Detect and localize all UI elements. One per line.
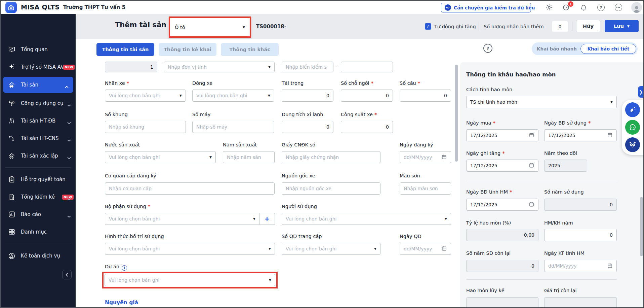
declare-detail-option[interactable]: Khai báo chi tiết: [580, 44, 636, 54]
year-label: Năm sản xuất: [223, 142, 257, 147]
power-input[interactable]: 0: [341, 121, 393, 133]
country-select[interactable]: Vui lòng chọn bản ghi▼: [105, 151, 216, 163]
chevron-down-icon: ▼: [442, 217, 447, 220]
quantity-input[interactable]: 1: [105, 62, 157, 72]
start-use-date-input[interactable]: 17/12/2025: [544, 129, 617, 141]
sidebar-item-cong-cu-dung-cu[interactable]: Công cụ dụng cụ: [1, 95, 76, 112]
year-input[interactable]: Nhập năm sản: [223, 151, 275, 163]
sidebar-collapse-button[interactable]: [62, 270, 72, 279]
paint-color-label: Màu sơn: [400, 173, 420, 178]
calendar-icon[interactable]: [607, 132, 613, 139]
reg-date-input[interactable]: dd/MM/yyyy: [400, 151, 451, 163]
chevron-down-icon: [67, 137, 71, 143]
increase-date-input[interactable]: 17/12/2025: [466, 160, 538, 172]
settings-gear-icon[interactable]: [545, 3, 553, 11]
sidebar-item-tai-san-xac-lap[interactable]: Tài sản xác lập: [1, 147, 76, 165]
axles-input[interactable]: 0: [400, 90, 451, 102]
plate-number-input-2[interactable]: [341, 62, 393, 72]
tonnage-input[interactable]: 0: [282, 90, 333, 102]
top-header: MISA QLTS Trường THPT Tư vấn 5 Cần chuyê…: [1, 1, 643, 14]
cancel-button[interactable]: Hủy: [576, 20, 600, 32]
decision-date-input[interactable]: dd/MM/yyyy: [400, 243, 451, 255]
department-select[interactable]: Vui lòng chọn bản ghi▼: [105, 213, 259, 225]
chevron-down-icon: [67, 119, 71, 126]
sidebar-item-ho-tro-quyet-toan[interactable]: Hỗ trợ quyết toán: [1, 171, 76, 188]
hm-end-date-input[interactable]: dd/MM/yyyy: [544, 260, 617, 272]
more-options-icon[interactable]: ⋯: [614, 3, 622, 11]
sidebar-item-tai-san-ht-db[interactable]: Tài sản HT-ĐB: [1, 112, 76, 130]
asset-establish-icon: [8, 152, 15, 160]
sidebar-item-tong-quan[interactable]: Tổng quan: [1, 41, 76, 58]
ava-panda-bot-icon[interactable]: [625, 137, 640, 152]
agency-input[interactable]: Nhập cơ quan cấp: [105, 182, 275, 195]
origin-input[interactable]: Nhập nguồn gốc xe: [282, 182, 380, 195]
chassis-label: Số khung: [105, 112, 128, 117]
decision-no-select[interactable]: Vui lòng chọn bản ghi▼: [282, 243, 380, 255]
panel-scrollbar[interactable]: [640, 197, 643, 256]
widget-expand-tab[interactable]: ❯: [638, 86, 644, 98]
line-label: Dòng xe: [192, 80, 212, 86]
accum-label: Hao mòn lũy kế: [466, 288, 505, 293]
help-icon[interactable]: ?: [597, 3, 605, 11]
engine-no-input[interactable]: Nhập số máy: [192, 121, 274, 133]
seats-input[interactable]: 0: [341, 90, 393, 102]
sidebar: Tổng quan Trợ lý số MISA AVA NEW Tài sản…: [1, 14, 76, 307]
chat-support-icon[interactable]: [625, 120, 640, 135]
agency-label: Cơ quan cấp đăng ký: [105, 173, 156, 178]
save-button[interactable]: Lưu ▼: [605, 20, 639, 32]
plate-number-input[interactable]: Nhập biển kiểm s: [282, 62, 333, 72]
asset-type-select[interactable]: Ô tô ▼: [169, 16, 251, 38]
notifications-bell-icon[interactable]: [579, 3, 588, 11]
cert-no-input[interactable]: Nhập giấy chứng nhận: [282, 151, 380, 163]
sidebar-item-bao-cao[interactable]: Báo cáo: [1, 206, 76, 223]
duplicate-count-input[interactable]: 0: [552, 21, 568, 32]
sidebar-item-tai-san-ht-cns[interactable]: Tài sản HT-CNS: [1, 130, 76, 147]
brand-select[interactable]: Vui lòng chọn bản ghi▼: [105, 90, 186, 102]
form-help-icon[interactable]: ?: [483, 44, 492, 53]
declare-quick-option[interactable]: Khai báo nhanh: [533, 46, 580, 52]
unit-select[interactable]: Nhập đơn vị tính▼: [164, 62, 275, 72]
add-department-button[interactable]: +: [259, 213, 275, 225]
calendar-icon[interactable]: [529, 162, 534, 169]
sidebar-item-danh-muc[interactable]: Danh mục: [1, 223, 76, 241]
line-select[interactable]: Vui lòng chọn bản ghi▼: [192, 90, 274, 102]
user-select[interactable]: Vui lòng chọn bản ghi▼: [282, 213, 451, 225]
auto-increase-checkbox[interactable]: ✓: [425, 23, 431, 30]
project-select[interactable]: Vui lòng chọn bản ghi▼: [105, 274, 275, 286]
sidebar-item-tai-san[interactable]: Tài sản: [3, 77, 73, 93]
hm-start-date-input[interactable]: 17/12/2025: [466, 199, 538, 211]
robot-icon: [445, 4, 451, 11]
depreciation-panel: Thông tin khấu hao/hao mòn Cách tính hao…: [460, 62, 644, 308]
sidebar-item-ke-toan-dich-vu[interactable]: Kế toán dịch vụ: [1, 247, 76, 265]
main-scrollbar[interactable]: [455, 65, 458, 162]
chassis-input[interactable]: Nhập số khung: [105, 121, 186, 133]
hm-per-year-input[interactable]: 0: [544, 229, 617, 241]
calendar-icon[interactable]: [607, 263, 613, 269]
paint-color-input[interactable]: Nhập màu sơn: [400, 182, 451, 195]
floating-widget-dock: [622, 100, 644, 155]
years-left-label: Số năm SD còn lại: [466, 250, 511, 256]
calendar-icon[interactable]: [441, 154, 447, 161]
calendar-icon[interactable]: [529, 201, 534, 208]
method-select[interactable]: TS chỉ tính hao mòn▼: [466, 96, 617, 108]
calendar-icon[interactable]: [441, 245, 447, 252]
declare-mode-toggle: Khai báo nhanh Khai báo chi tiết: [532, 42, 638, 55]
sidebar-item-tro-ly-so[interactable]: Trợ lý số MISA AVA NEW: [1, 58, 76, 76]
purchase-date-input[interactable]: 17/12/2025: [466, 129, 538, 141]
user-avatar[interactable]: [631, 2, 642, 13]
sidebar-item-tong-kiem-ke[interactable]: Tổng kiểm kê NEW: [1, 188, 76, 206]
tab-thong-tin-khac[interactable]: Thông tin khác: [221, 43, 279, 56]
tab-thong-tin-ke-khai[interactable]: Thông tin kê khai: [159, 43, 216, 56]
calendar-icon[interactable]: [529, 132, 534, 139]
allocation-select[interactable]: Vui lòng chọn bản ghi▼: [105, 243, 275, 255]
power-label: Công suất xe: [341, 112, 377, 117]
announcement-megaphone-icon[interactable]: [625, 102, 640, 117]
info-icon[interactable]: i: [122, 265, 127, 271]
misa-logo-icon[interactable]: [5, 2, 17, 13]
tab-thong-tin-tai-san[interactable]: Thông tin tài sản: [96, 43, 154, 56]
cylinder-input[interactable]: 0: [282, 121, 333, 133]
nguyen-gia-section-link[interactable]: Nguyên giá: [105, 300, 138, 306]
increase-date-label: Ngày ghi tăng: [466, 150, 505, 156]
expert-check-button[interactable]: Cần chuyên gia kiểm tra dữ liệu: [441, 3, 531, 12]
chevron-down-icon: ▼: [266, 247, 271, 250]
